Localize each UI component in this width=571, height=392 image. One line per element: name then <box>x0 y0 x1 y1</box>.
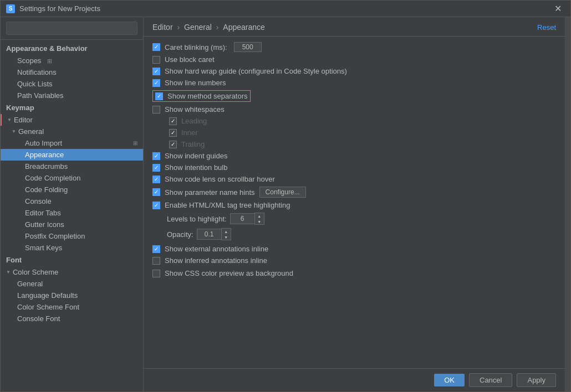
show-line-numbers-checkbox[interactable] <box>152 79 160 87</box>
sidebar-item-appearance[interactable]: Appearance <box>1 149 143 161</box>
sidebar-item-scopes[interactable]: Scopes ⊞ <box>1 55 143 66</box>
show-intention-bulb-row: Show intention bulb <box>152 163 556 172</box>
sidebar-item-quick-lists[interactable]: Quick Lists <box>1 78 143 90</box>
sidebar-item-smart-keys[interactable]: Smart Keys <box>1 242 143 254</box>
show-line-numbers-label: Show line numbers <box>165 79 226 87</box>
general-triangle <box>12 129 16 134</box>
caret-blinking-checkbox[interactable] <box>152 43 160 51</box>
configure-button[interactable]: Configure... <box>259 187 306 198</box>
show-method-separators-checkbox[interactable] <box>155 92 163 100</box>
opacity-spinner-btns: ▲ ▼ <box>221 228 231 240</box>
sidebar-item-code-folding[interactable]: Code Folding <box>1 184 143 195</box>
enable-html-tag-label: Enable HTML/XML tag tree highlighting <box>165 201 290 209</box>
show-intention-bulb-label: Show intention bulb <box>165 163 227 172</box>
opacity-row: Opacity: ▲ ▼ <box>167 228 556 240</box>
sidebar-item-language-defaults[interactable]: Language Defaults <box>1 290 143 301</box>
trailing-label: Trailing <box>181 140 205 148</box>
panel-header: Editor › General › Appearance Reset <box>144 17 565 37</box>
show-inferred-annotations-checkbox[interactable] <box>152 257 160 265</box>
sidebar-section-keymap[interactable]: Keymap <box>1 101 143 114</box>
breadcrumb-appearance: Appearance <box>223 23 265 32</box>
sidebar-item-editor-tabs[interactable]: Editor Tabs <box>1 207 143 219</box>
title-bar: S Settings for New Projects ✕ <box>1 1 570 17</box>
sidebar-item-postfix-completion[interactable]: Postfix Completion <box>1 230 143 242</box>
apply-button[interactable]: Apply <box>517 373 556 387</box>
sidebar-item-path-variables[interactable]: Path Variables <box>1 90 143 101</box>
sidebar-item-console-font[interactable]: Console Font <box>1 313 143 324</box>
sidebar-item-editor[interactable]: Editor <box>1 114 143 126</box>
settings-window: S Settings for New Projects ✕ 🔍 Appearan… <box>0 0 571 392</box>
show-hard-wrap-row: Show hard wrap guide (configured in Code… <box>152 67 556 75</box>
inner-row: Inner <box>169 128 556 137</box>
search-input[interactable] <box>6 22 137 35</box>
leading-checkbox[interactable] <box>169 117 177 125</box>
use-block-caret-checkbox[interactable] <box>152 56 160 64</box>
opacity-down-btn[interactable]: ▼ <box>222 234 231 240</box>
show-hard-wrap-checkbox[interactable] <box>152 68 160 75</box>
bottom-bar: OK Cancel Apply <box>144 368 565 391</box>
trailing-checkbox[interactable] <box>169 141 177 148</box>
sidebar-item-console[interactable]: Console <box>1 195 143 207</box>
show-code-lens-checkbox[interactable] <box>152 176 160 183</box>
levels-down-btn[interactable]: ▼ <box>255 219 264 224</box>
enable-html-tag-checkbox[interactable] <box>152 202 160 209</box>
opacity-input[interactable] <box>197 229 221 240</box>
cancel-button[interactable]: Cancel <box>469 373 512 387</box>
show-inferred-annotations-label: Show inferred annotations inline <box>165 256 267 265</box>
show-whitespaces-checkbox[interactable] <box>152 106 160 114</box>
levels-spinner: ▲ ▼ <box>230 213 264 225</box>
show-external-annotations-checkbox[interactable] <box>152 245 160 253</box>
breadcrumb-sep2: › <box>216 23 221 32</box>
inner-checkbox[interactable] <box>169 129 177 137</box>
show-parameter-hints-label: Show parameter name hints <box>165 188 255 197</box>
caret-blinking-label: Caret blinking (ms): <box>165 43 227 51</box>
auto-import-icon: ⊞ <box>133 140 137 146</box>
ok-button[interactable]: OK <box>434 374 465 386</box>
show-method-separators-label: Show method separators <box>167 92 248 100</box>
levels-input[interactable] <box>230 213 254 224</box>
show-whitespaces-row: Show whitespaces <box>152 105 556 114</box>
show-intention-bulb-checkbox[interactable] <box>152 164 160 172</box>
levels-spinner-btns: ▲ ▼ <box>254 213 264 225</box>
sidebar-item-cs-general[interactable]: General <box>1 278 143 290</box>
sidebar-item-breadcrumbs[interactable]: Breadcrumbs <box>1 161 143 172</box>
sidebar-section-appearance-behavior[interactable]: Appearance & Behavior <box>1 42 143 55</box>
close-button[interactable]: ✕ <box>551 2 565 15</box>
opacity-up-btn[interactable]: ▲ <box>222 229 231 234</box>
caret-blinking-input[interactable] <box>234 42 262 52</box>
show-code-lens-label: Show code lens on scrollbar hover <box>165 175 275 183</box>
sidebar-item-notifications[interactable]: Notifications <box>1 66 143 78</box>
sidebar-item-color-scheme-font[interactable]: Color Scheme Font <box>1 301 143 313</box>
show-css-color-checkbox[interactable] <box>152 270 160 277</box>
breadcrumb-general: General <box>184 23 212 32</box>
show-indent-guides-label: Show indent guides <box>165 152 227 160</box>
show-indent-guides-checkbox[interactable] <box>152 152 160 160</box>
sidebar-item-color-scheme[interactable]: Color Scheme <box>1 266 143 278</box>
opacity-label: Opacity: <box>167 230 193 239</box>
trailing-row: Trailing <box>169 140 556 148</box>
scopes-icon: ⊞ <box>47 58 52 64</box>
leading-label: Leading <box>181 117 207 125</box>
content-area: 🔍 Appearance & Behavior Scopes ⊞ Notific… <box>1 17 570 391</box>
levels-up-btn[interactable]: ▲ <box>255 213 264 219</box>
reset-button[interactable]: Reset <box>537 23 556 32</box>
editor-triangle <box>7 117 12 122</box>
search-wrapper: 🔍 <box>6 22 137 35</box>
use-block-caret-row: Use block caret <box>152 55 556 64</box>
sidebar-item-auto-import[interactable]: Auto Import ⊞ <box>1 137 143 149</box>
leading-row: Leading <box>169 117 556 125</box>
show-parameter-hints-checkbox[interactable] <box>152 188 160 196</box>
show-css-color-label: Show CSS color preview as background <box>165 269 293 277</box>
right-scrollbar <box>565 17 570 391</box>
sidebar-item-gutter-icons[interactable]: Gutter Icons <box>1 219 143 230</box>
show-method-separators-row: Show method separators <box>152 90 251 102</box>
show-indent-guides-row: Show indent guides <box>152 152 556 160</box>
enable-html-tag-row: Enable HTML/XML tag tree highlighting <box>152 201 556 209</box>
sidebar-item-code-completion[interactable]: Code Completion <box>1 172 143 184</box>
sidebar-section-font[interactable]: Font <box>1 254 143 266</box>
window-title: Settings for New Projects <box>19 4 551 13</box>
color-scheme-triangle <box>6 270 11 275</box>
sidebar-item-general[interactable]: General <box>1 126 143 137</box>
app-icon: S <box>6 4 15 13</box>
show-css-color-row: Show CSS color preview as background <box>152 269 556 277</box>
